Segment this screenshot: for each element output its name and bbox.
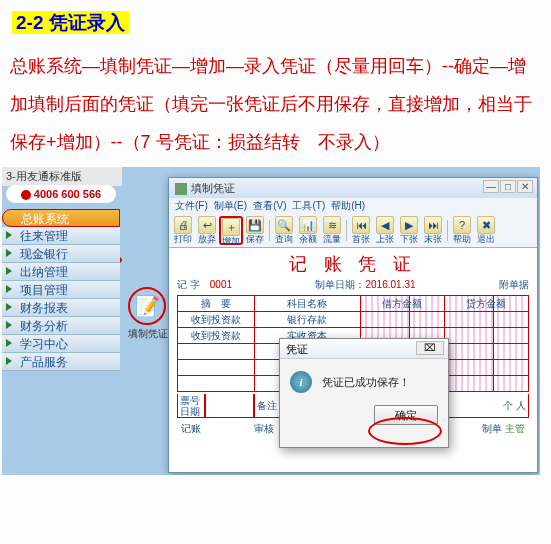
voucher-body: 记 账 凭 证 记 字 0001 制单日期：2016.01.31 附单据 摘 要… [169,248,537,472]
embedded-screenshot: 3-用友通标准版 4006 600 566 总账系统 往来管理 现金银行 出纳管… [2,167,540,475]
nav-item-7[interactable]: 学习中心 [2,335,120,353]
nav-item-6[interactable]: 财务分析 [2,317,120,335]
tbtn-query[interactable]: 🔍查询 [272,216,296,245]
nav-item-8[interactable]: 产品服务 [2,353,120,371]
annotation-ellipse-icon: 📝 [128,287,166,325]
nav-item-5[interactable]: 财务报表 [2,299,120,317]
dialog-ok-button[interactable]: 确定 [374,405,438,425]
dialog-message: 凭证已成功保存！ [322,375,410,390]
tbtn-next[interactable]: ▶下张 [397,216,421,245]
doc-heading: 2-2 凭证录入 [0,0,551,42]
tbtn-flow[interactable]: ≋流量 [320,216,344,245]
voucher-shortcut-label: 填制凭证 [128,327,168,341]
nav-item-1[interactable]: 往来管理 [2,227,120,245]
tbtn-discard[interactable]: ↩放弃 [195,216,219,245]
save-success-dialog: 凭证 ⌧ i 凭证已成功保存！ 确定 [279,338,449,448]
instruction-text: 总账系统—填制凭证—增加—录入凭证（尽量用回车）--确定—增加填制后面的凭证（填… [0,42,551,167]
tbtn-print[interactable]: 🖨打印 [171,216,195,245]
section-number: 2-2 凭证录入 [12,11,129,34]
document-pencil-icon: 📝 [135,294,160,318]
tbtn-last[interactable]: ⏭末张 [421,216,445,245]
tbtn-help[interactable]: ?帮助 [450,216,474,245]
nav-item-general-ledger[interactable]: 总账系统 [2,209,120,227]
table-header-row: 摘 要科目名称借方金额贷方金额 [178,296,529,312]
voucher-meta-row: 记 字 0001 制单日期：2016.01.31 附单据 [177,278,529,292]
voucher-menubar[interactable]: 文件(F)制单(E)查看(V)工具(T)帮助(H) [169,198,537,214]
tbtn-balance[interactable]: 📊余额 [296,216,320,245]
voucher-title-text: 记 账 凭 证 [177,252,529,276]
table-row[interactable]: 收到投资款银行存款 [178,312,529,328]
app-title: 3-用友通标准版 [2,167,122,186]
dialog-body: i 凭证已成功保存！ [280,359,448,405]
voucher-window-titlebar[interactable]: 填制凭证 —□✕ [169,178,537,198]
voucher-shortcut[interactable]: 📝 填制凭证 [128,287,168,341]
tbtn-add[interactable]: ＋增加 [219,216,243,245]
phone-banner: 4006 600 566 [6,185,116,203]
tbtn-save[interactable]: 💾保存 [243,216,267,245]
nav-item-3[interactable]: 出纳管理 [2,263,120,281]
close-button[interactable]: ✕ [517,180,533,193]
minimize-button[interactable]: — [483,180,499,193]
nav-item-4[interactable]: 项目管理 [2,281,120,299]
app-icon [175,183,187,195]
info-icon: i [290,371,312,393]
tbtn-prev[interactable]: ◀上张 [373,216,397,245]
sidebar-nav: 总账系统 往来管理 现金银行 出纳管理 项目管理 财务报表 财务分析 学习中心 … [2,209,120,371]
dialog-titlebar[interactable]: 凭证 ⌧ [280,339,448,359]
tbtn-exit[interactable]: ✖退出 [474,216,498,245]
maximize-button[interactable]: □ [500,180,516,193]
voucher-toolbar: 🖨打印 ↩放弃 ＋增加 💾保存 🔍查询 📊余额 ≋流量 ⏮首张 ◀上张 ▶下张 … [169,214,537,248]
nav-item-2[interactable]: 现金银行 [2,245,120,263]
dialog-close-button[interactable]: ⌧ [416,341,444,355]
tbtn-first[interactable]: ⏮首张 [349,216,373,245]
voucher-window: 填制凭证 —□✕ 文件(F)制单(E)查看(V)工具(T)帮助(H) 🖨打印 ↩… [168,177,538,473]
